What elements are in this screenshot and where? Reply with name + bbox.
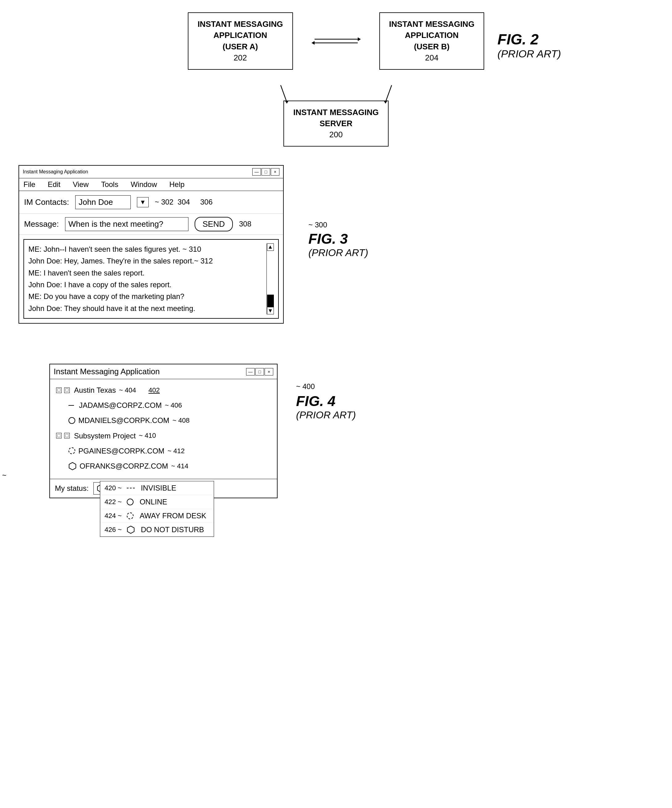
maximize-button[interactable]: □ <box>262 168 270 175</box>
minimize-button[interactable]: — <box>252 168 261 175</box>
fig4-label: ~ 400 FIG. 4 (PRIOR ART) <box>296 382 356 421</box>
contact1-ref: ~ 406 <box>165 399 182 412</box>
group1-name: Austin Texas <box>74 384 116 397</box>
fig2-label: FIG. 2 (PRIOR ART) <box>497 31 561 60</box>
fig4-group1-row: □ □ Austin Texas ~ 404 402 <box>56 384 271 397</box>
fig4-contact4-row: OFRANKS@CORPZ.COM ~ 414 <box>68 459 271 472</box>
fig4-maximize-button[interactable]: □ <box>255 368 264 376</box>
svg-marker-7 <box>384 100 387 104</box>
group2-expand[interactable]: □ <box>56 433 62 438</box>
group2-folder: □ <box>64 433 70 438</box>
fig2-diagram: INSTANT MESSAGING APPLICATION (USER A) 2… <box>18 12 654 147</box>
fig3-label: ~ 300 FIG. 3 (PRIOR ART) <box>308 220 368 259</box>
contact3-ref: ~ 412 <box>167 445 185 457</box>
fig4-close-button[interactable]: × <box>265 368 273 376</box>
svg-marker-1 <box>358 37 361 41</box>
fig4-window-controls[interactable]: — □ × <box>246 368 273 376</box>
send-button[interactable]: SEND <box>195 217 233 231</box>
fig4-status-ref-label: 416 ~ <box>0 471 7 480</box>
online-circle-icon <box>127 499 133 505</box>
svg-line-4 <box>281 85 287 102</box>
fig3-im-window: Instant Messaging Application — □ × File… <box>18 165 284 324</box>
fig3-wrapper: Instant Messaging Application — □ × File… <box>18 165 654 342</box>
fig3-window-controls[interactable]: — □ × <box>252 168 279 175</box>
contact2-name: MDANIELS@CORPK.COM <box>78 414 169 427</box>
fig4-contact3-row: PGAINES@CORPK.COM ~ 412 <box>68 444 271 457</box>
fig2-arrow-a-to-server <box>275 85 293 104</box>
away-circle-icon <box>127 513 133 519</box>
menu-file[interactable]: File <box>23 180 35 189</box>
fig2-user-b-box: INSTANT MESSAGING APPLICATION (USER B) 2… <box>379 12 485 70</box>
fig4-im-window: Instant Messaging Application — □ × □ □ … <box>49 364 278 498</box>
chat-line-4: John Doe: I have a copy of the sales rep… <box>28 279 267 290</box>
dnd-hex-icon <box>127 526 135 534</box>
svg-marker-8 <box>69 462 76 470</box>
fig4-titlebar: Instant Messaging Application — □ × <box>50 364 277 379</box>
contacts-label: IM Contacts: <box>24 197 69 207</box>
fig4-window-title: Instant Messaging Application <box>54 367 160 376</box>
chat-line-1: ME: John--I haven't seen the sales figur… <box>28 244 267 255</box>
svg-line-6 <box>385 85 392 102</box>
message-label: Message: <box>24 219 59 229</box>
contact3-status <box>68 447 75 454</box>
chat-text: ME: John--I haven't seen the sales figur… <box>28 244 267 314</box>
chat-scrollbar: ▲ ▼ <box>267 244 274 314</box>
fig4-contact-list: □ □ Austin Texas ~ 404 402 JADAMS@CORPZ.… <box>50 379 277 479</box>
scroll-up-button[interactable]: ▲ <box>267 244 274 251</box>
fig4-group2-row: □ □ Subsystem Project ~ 410 <box>56 429 271 442</box>
group1-ref: ~ 404 <box>119 384 136 396</box>
scroll-thumb[interactable] <box>267 295 274 307</box>
menu-tools[interactable]: Tools <box>101 180 118 189</box>
contacts-dropdown-arrow[interactable]: ▼ <box>137 197 148 207</box>
fig3-window-title: Instant Messaging Application <box>23 169 88 175</box>
scroll-down-button[interactable]: ▼ <box>267 307 274 314</box>
fig3-titlebar: Instant Messaging Application — □ × <box>19 166 283 178</box>
menu-view[interactable]: View <box>73 180 89 189</box>
contact4-name: OFRANKS@CORPZ.COM <box>80 459 168 472</box>
contacts-ref: ~ 302 304 306 <box>155 198 213 206</box>
fig3-contacts-bar: IM Contacts: John Doe ▼ ~ 302 304 306 <box>19 191 283 214</box>
group2-ref: ~ 410 <box>139 429 156 442</box>
dropdown-away-label: AWAY FROM DESK <box>140 511 206 520</box>
message-input[interactable]: When is the next meeting? <box>65 217 188 231</box>
contacts-value: John Doe <box>78 197 113 207</box>
contacts-dropdown[interactable]: John Doe <box>75 195 131 209</box>
dropdown-option-away[interactable]: 424 ~ AWAY FROM DESK <box>100 509 214 523</box>
fig4-wrapper: 416 ~ Instant Messaging Application — □ … <box>49 364 654 498</box>
contact1-name: JADAMS@CORPZ.COM <box>79 399 162 412</box>
menu-window[interactable]: Window <box>131 180 157 189</box>
contact3-name: PGAINES@CORPK.COM <box>78 444 164 457</box>
fig3-menubar: File Edit View Tools Window Help <box>19 178 283 191</box>
dropdown-dnd-label: DO NOT DISTURB <box>141 526 204 534</box>
menu-edit[interactable]: Edit <box>48 180 60 189</box>
group1-expand[interactable]: □ <box>56 387 62 393</box>
group2-name: Subsystem Project <box>74 429 136 442</box>
status-label: My status: <box>55 484 88 493</box>
group1-underline-ref: 402 <box>148 384 160 396</box>
chat-line-2: John Doe: Hey, James. They're in the sal… <box>28 255 267 267</box>
send-ref: 308 <box>239 220 251 228</box>
fig2-bidirectional-arrow <box>312 35 361 47</box>
svg-marker-5 <box>285 100 288 104</box>
fig3-message-bar: Message: When is the next meeting? SEND … <box>19 214 283 235</box>
fig4-contact1-row: JADAMS@CORPZ.COM ~ 406 <box>68 399 271 412</box>
menu-help[interactable]: Help <box>169 180 184 189</box>
close-button[interactable]: × <box>271 168 279 175</box>
fig3-chat-area: ME: John--I haven't seen the sales figur… <box>23 239 279 319</box>
fig2-arrow-b-to-server <box>379 85 398 104</box>
group1-folder: □ <box>64 387 70 393</box>
fig4-status-dropdown-popup: 420 ~ INVISIBLE 422 ~ ONLINE 424 ~ AWAY … <box>100 481 214 537</box>
contact4-status-hex <box>68 462 77 470</box>
dropdown-option-invisible[interactable]: 420 ~ INVISIBLE <box>100 481 214 495</box>
dropdown-online-label: ONLINE <box>140 497 167 506</box>
svg-marker-3 <box>312 41 315 45</box>
dropdown-invisible-label: INVISIBLE <box>141 484 177 492</box>
contact2-ref: ~ 408 <box>172 414 190 427</box>
fig4-contact2-row: MDANIELS@CORPK.COM ~ 408 <box>68 414 271 427</box>
fig4-minimize-button[interactable]: — <box>246 368 255 376</box>
chat-line-5: ME: Do you have a copy of the marketing … <box>28 290 267 302</box>
dropdown-option-online[interactable]: 422 ~ ONLINE <box>100 495 214 509</box>
dropdown-option-dnd[interactable]: 426 ~ DO NOT DISTURB <box>100 523 214 536</box>
contact4-ref: ~ 414 <box>171 460 188 472</box>
svg-marker-10 <box>127 526 134 533</box>
